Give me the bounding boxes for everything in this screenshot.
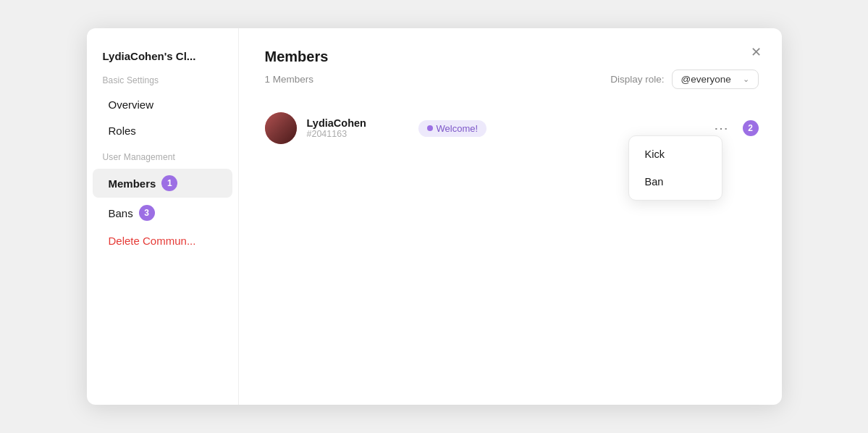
avatar xyxy=(265,112,297,144)
overview-label: Overview xyxy=(109,98,154,111)
roles-label: Roles xyxy=(109,125,136,137)
members-label: Members xyxy=(109,177,156,190)
sidebar-item-overview[interactable]: Overview xyxy=(93,92,232,117)
role-dropdown-value: @everyone xyxy=(681,74,731,85)
avatar-image xyxy=(265,112,297,144)
chevron-down-icon: ⌄ xyxy=(743,75,749,84)
display-role-label: Display role: xyxy=(610,74,664,85)
basic-settings-label: Basic Settings xyxy=(87,75,238,91)
main-title: Members xyxy=(265,49,759,65)
member-info: LydiaCohen #2041163 xyxy=(307,117,394,139)
display-role-area: Display role: @everyone ⌄ xyxy=(610,70,758,89)
sidebar-item-members[interactable]: Members 1 xyxy=(93,169,232,198)
close-button[interactable]: ✕ xyxy=(746,41,767,63)
sidebar-item-delete[interactable]: Delete Commun... xyxy=(93,228,232,253)
context-menu-kick[interactable]: Kick xyxy=(629,140,722,168)
bans-badge: 3 xyxy=(139,205,155,221)
community-name: LydiaCohen's Cl... xyxy=(87,50,238,75)
main-content: ✕ Members 1 Members Display role: @every… xyxy=(239,28,782,405)
delete-label: Delete Commun... xyxy=(109,235,196,247)
member-name: LydiaCohen xyxy=(307,117,394,129)
members-badge: 1 xyxy=(161,175,177,191)
tag-dot-icon xyxy=(427,125,433,131)
bans-label: Bans xyxy=(109,207,133,219)
user-management-label: User Management xyxy=(87,152,238,168)
member-tag-label: Welcome! xyxy=(437,123,479,134)
members-count: 1 Members xyxy=(265,74,314,85)
member-tag: Welcome! xyxy=(418,120,487,137)
member-id: #2041163 xyxy=(307,129,394,139)
role-dropdown[interactable]: @everyone ⌄ xyxy=(672,70,759,89)
context-menu-ban[interactable]: Ban xyxy=(629,168,722,196)
sidebar-item-bans[interactable]: Bans 3 xyxy=(93,198,232,227)
modal: LydiaCohen's Cl... Basic Settings Overvi… xyxy=(87,28,782,405)
member-action-badge: 2 xyxy=(743,120,759,136)
context-menu: Kick Ban xyxy=(628,135,722,201)
member-row: LydiaCohen #2041163 Welcome! ⋯ 2 Kick Ba… xyxy=(265,105,759,151)
sidebar-item-roles[interactable]: Roles xyxy=(93,118,232,143)
members-header: 1 Members Display role: @everyone ⌄ xyxy=(265,70,759,89)
sidebar: LydiaCohen's Cl... Basic Settings Overvi… xyxy=(87,28,239,405)
